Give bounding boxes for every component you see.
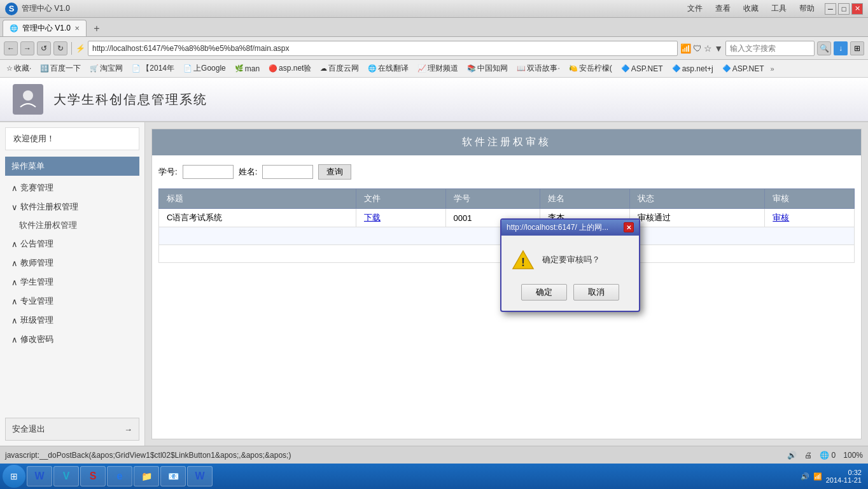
maximize-button[interactable]: □ [838,3,850,15]
refresh-button[interactable]: ↺ [37,41,51,55]
teacher-arrow: ∧ [11,259,18,268]
taskbar-app-sogou[interactable]: S [80,466,106,486]
dialog-close-button[interactable]: ✕ [624,222,634,232]
taskbar-app-word[interactable]: W [27,466,52,486]
confirm-dialog: http://localhost:6147/ 上的网... ✕ ! [500,218,640,312]
tab-bar: 🌐 管理中心 V1.0 ✕ + [0,18,868,37]
menu-tools[interactable]: 工具 [766,3,792,14]
sidebar-item-teacher[interactable]: ∧ 教师管理 [5,253,139,273]
logo-icon [17,88,39,111]
title-bar: S 管理中心 V1.0 文件 查看 收藏 工具 帮助 ─ □ ✕ [0,0,868,18]
dialog-buttons: 确定 取消 [512,284,629,301]
warning-icon: ! [512,248,535,271]
bookmark-baidu-cloud[interactable]: ☁百度云网 [318,62,361,75]
dialog-message: 确定要审核吗？ [542,254,600,266]
dropdown-icon[interactable]: ▼ [714,43,723,53]
menu-favorites[interactable]: 收藏 [738,3,764,14]
search-button[interactable]: 🔍 [817,41,831,55]
zoom-level: 100% [843,451,863,460]
sidebar-item-password[interactable]: ∧ 修改密码 [5,330,139,349]
back-button[interactable]: ← [4,41,18,55]
new-tab-button[interactable]: + [89,21,104,36]
bookmark-cnki[interactable]: 📚中国知网 [465,62,510,75]
student-label: 学生管理 [20,276,53,288]
taskbar-app-email[interactable]: 📧 [160,466,186,486]
confirm-button[interactable]: 确定 [521,284,567,301]
logout-arrow-icon: → [124,425,132,434]
tab-close-icon[interactable]: ✕ [74,25,80,32]
svg-point-0 [23,90,33,101]
sidebar-item-contest[interactable]: ∧ 竞赛管理 [5,178,139,197]
address-bar: ← → ↺ ↻ ⚡ 📶 🛡 ☆ ▼ 🔍 ↓ ⊞ [0,37,868,60]
bookmark-finance[interactable]: 📈理财频道 [415,62,461,75]
sidebar-item-notice[interactable]: ∧ 公告管理 [5,234,139,253]
bookmark-aspnetj[interactable]: 🔷asp.net+j [669,63,716,74]
forward-button[interactable]: → [20,41,34,55]
search-input[interactable] [725,41,815,56]
bookmark-translate[interactable]: 🌐在线翻译 [365,62,411,75]
taskbar-app-word2[interactable]: W [187,466,213,486]
menu-view[interactable]: 查看 [710,3,736,14]
apps-button[interactable]: ⊞ [850,41,864,55]
major-arrow: ∧ [11,297,18,306]
bookmark-taobao[interactable]: 🛒淘宝网 [87,62,125,75]
clock-time: 0:32 [826,469,862,476]
logout-button[interactable]: 安全退出 → [5,418,139,441]
sidebar-item-class[interactable]: ∧ 班级管理 [5,311,139,330]
bookmark-google[interactable]: 📄上Google [181,62,228,75]
close-button[interactable]: ✕ [851,3,863,15]
bookmark-favorites[interactable]: ☆收藏· [4,62,34,75]
active-tab[interactable]: 🌐 管理中心 V1.0 ✕ [3,20,87,36]
student-arrow: ∧ [11,278,18,287]
minimize-button[interactable]: ─ [825,3,836,15]
sidebar: 欢迎使用！ 操作菜单 ∧ 竞赛管理 ∨ 软件注册权管理 软件注册权管理 ∧ 公告… [0,122,145,446]
bookmark-aspnet[interactable]: 🔴asp.net验 [266,62,314,75]
bookmark-man[interactable]: 🌿man [232,63,262,74]
taskbar: ⊞ W V S e 📁 📧 [0,464,868,489]
sidebar-sub-item-software-rights[interactable]: 软件注册权管理 [5,216,139,234]
bookmark-bilingual[interactable]: 📖双语故事· [514,62,562,75]
word2-icon: W [193,469,207,483]
download-button[interactable]: ↓ [834,41,848,55]
status-message: javascript:__doPostBack(&apos;GridView1$… [5,451,291,460]
bookmarks-more[interactable]: » [770,65,774,73]
star-icon[interactable]: ☆ [704,43,712,53]
menu-help[interactable]: 帮助 [794,3,820,14]
taskbar-app-ie[interactable]: e [107,466,132,486]
address-input[interactable] [88,41,678,56]
speaker-icon: 🔊 [787,451,797,460]
logout-label: 安全退出 [12,423,45,435]
bookmark-aspnet2[interactable]: 🔷ASP.NET [619,63,666,74]
dialog-overlay: http://localhost:6147/ 上的网... ✕ ! [145,122,868,446]
status-right: 🔊 🖨 🌐 0 100% [787,451,863,460]
notice-arrow: ∧ [11,239,18,249]
sidebar-item-major[interactable]: ∧ 专业管理 [5,292,139,311]
bookmark-lemon[interactable]: 🍋安岳柠檬( [566,62,615,75]
contest-arrow: ∧ [11,183,18,193]
taskbar-clock: 0:32 2014-11-21 [826,469,862,484]
email-icon: 📧 [166,469,180,483]
status-bar: javascript:__doPostBack(&apos;GridView1$… [0,446,868,464]
taskbar-app-v1[interactable]: V [53,466,79,486]
app-header: 大学生科创信息管理系统 [0,78,868,122]
taskbar-app-folder[interactable]: 📁 [134,466,159,486]
contest-label: 竞赛管理 [20,182,53,194]
start-button[interactable]: ⊞ [3,465,25,488]
taskbar-network-icon: 📶 [813,472,822,481]
section-title: 操作菜单 [5,157,139,176]
cancel-button[interactable]: 取消 [573,284,619,301]
major-label: 专业管理 [20,295,53,307]
bookmark-2014[interactable]: 📄【2014年 [129,62,177,75]
sidebar-item-software-mgmt[interactable]: ∨ 软件注册权管理 [5,197,139,216]
software-arrow: ∨ [11,202,18,212]
bookmark-baidu[interactable]: 🔠百度一下 [38,62,83,75]
sidebar-item-student[interactable]: ∧ 学生管理 [5,273,139,292]
undo-button[interactable]: ↻ [53,41,67,55]
bookmark-aspnet3[interactable]: 🔷ASP.NET [720,63,767,74]
notice-label: 公告管理 [20,238,53,250]
app-title: 大学生科创信息管理系统 [53,91,207,108]
menu-file[interactable]: 文件 [682,3,708,14]
title-bar-controls: 文件 查看 收藏 工具 帮助 [682,3,820,14]
app-logo [13,84,43,115]
software-label: 软件注册权管理 [20,201,78,213]
